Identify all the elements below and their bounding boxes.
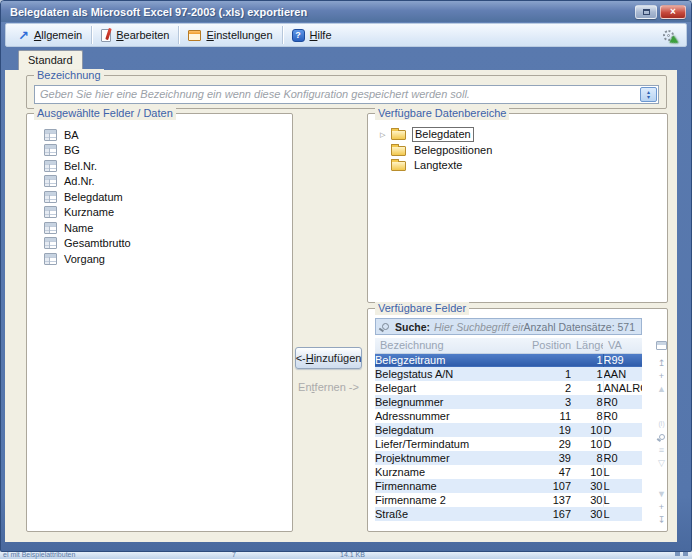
- table-row[interactable]: Liefer/Termindatum2910D: [375, 437, 642, 451]
- list-item[interactable]: BA: [28, 127, 291, 143]
- statusbar-icons: [675, 552, 688, 556]
- toolbar-label-bearbeiten: Bearbeiten: [116, 29, 169, 41]
- table-row[interactable]: Projektnummer398R0: [375, 451, 642, 465]
- fields-table-header[interactable]: BezeichnungPositionLängeVA: [375, 338, 642, 353]
- table-row[interactable]: Adressnummer118R0: [375, 409, 642, 423]
- cell-position: 39: [527, 451, 571, 465]
- table-row[interactable]: Belegzeitraum1R99: [375, 353, 642, 367]
- navigator-search-icon[interactable]: [655, 430, 668, 443]
- export-dialog-window: Belegdaten als Microsoft Excel 97-2003 (…: [0, 0, 692, 552]
- screen: Belegdaten als Microsoft Excel 97-2003 (…: [0, 0, 692, 559]
- column-header-bezeichnung[interactable]: Bezeichnung: [375, 338, 527, 353]
- navigator-scroll-bottom-icon[interactable]: ↧: [655, 513, 668, 526]
- export-run-button[interactable]: [657, 25, 679, 45]
- column-header-länge[interactable]: Länge: [571, 338, 603, 353]
- cell-position: 11: [527, 409, 571, 423]
- expander-icon[interactable]: ▷: [380, 131, 391, 139]
- cell-position: 29: [527, 437, 571, 451]
- toolbar-item-allgemein[interactable]: ↗ Allgemein: [10, 25, 90, 45]
- field-grid-icon: [44, 237, 57, 249]
- list-item-label: Vorgang: [64, 253, 105, 265]
- tab-strip: Standard: [5, 48, 687, 70]
- list-item-label: Kurzname: [64, 206, 114, 218]
- selected-fields-list: BABGBel.Nr.Ad.Nr.BelegdatumKurznameNameG…: [28, 115, 291, 530]
- list-item[interactable]: BG: [28, 143, 291, 159]
- selected-fields-group: Ausgewählte Felder / Daten BABGBel.Nr.Ad…: [26, 113, 293, 532]
- table-row[interactable]: Belegart21ANALRGI: [375, 381, 642, 395]
- table-row[interactable]: Straße16730L: [375, 507, 642, 521]
- restore-button[interactable]: [635, 5, 657, 19]
- table-row[interactable]: Belegstatus A/N11AAN: [375, 367, 642, 381]
- dropdown-button[interactable]: ▴▾: [640, 87, 657, 102]
- toolbar-item-einstellungen[interactable]: Einstellungen: [180, 25, 280, 45]
- list-item[interactable]: Gesamtbrutto: [28, 236, 291, 252]
- navigator-column-chooser-icon[interactable]: [655, 339, 668, 352]
- column-header-va[interactable]: VA: [603, 338, 642, 353]
- cell-position: 1: [527, 367, 571, 381]
- close-button[interactable]: ×: [660, 5, 686, 19]
- cell-va: D: [603, 437, 642, 451]
- navigator-insert-icon[interactable]: (I): [655, 417, 668, 430]
- tree-item-label: Belegpositionen: [412, 144, 494, 157]
- toolbar-item-bearbeiten[interactable]: Bearbeiten: [93, 25, 177, 45]
- table-row[interactable]: Belegnummer38R0: [375, 395, 642, 409]
- help-icon: ?: [292, 29, 305, 42]
- list-item[interactable]: Name: [28, 220, 291, 236]
- tree-item-belegpositionen[interactable]: Belegpositionen: [369, 143, 666, 159]
- navigator-next-page-icon[interactable]: ▼: [655, 487, 668, 500]
- cell-bezeichnung: Belegstatus A/N: [375, 367, 527, 381]
- navigator-scroll-top-icon[interactable]: ↥: [655, 356, 668, 369]
- cell-va: L: [603, 465, 642, 479]
- field-grid-icon: [44, 191, 57, 203]
- add-button[interactable]: <- Hinzufügen: [295, 347, 362, 369]
- cell-position: 19: [527, 423, 571, 437]
- navigator-move-up-icon[interactable]: +: [655, 369, 668, 382]
- tree-item-label: Belegdaten: [412, 127, 474, 142]
- table-row[interactable]: Firmenname10730L: [375, 479, 642, 493]
- titlebar[interactable]: Belegdaten als Microsoft Excel 97-2003 (…: [1, 1, 691, 22]
- navigator-move-down-icon[interactable]: +: [655, 500, 668, 513]
- chevron-down-icon: ▾: [647, 95, 650, 100]
- table-row[interactable]: Belegdatum1910D: [375, 423, 642, 437]
- column-header-position[interactable]: Position: [527, 338, 571, 353]
- list-item-label: BA: [64, 129, 79, 141]
- data-areas-tree: ▷BelegdatenBelegpositionenLangtexte: [369, 115, 666, 301]
- navigator-prev-page-icon[interactable]: ▲: [655, 382, 668, 395]
- list-item[interactable]: Ad.Nr.: [28, 174, 291, 190]
- cell-laenge: 8: [571, 409, 603, 423]
- toolbar-separator: [178, 26, 179, 44]
- table-row[interactable]: Kurzname4710L: [375, 465, 642, 479]
- cell-bezeichnung: Straße: [375, 507, 527, 521]
- bezeichnung-placeholder: Geben Sie hier eine Bezeichnung ein wenn…: [35, 86, 658, 103]
- tree-item-langtexte[interactable]: Langtexte: [369, 158, 666, 174]
- list-item[interactable]: Vorgang: [28, 251, 291, 267]
- list-item[interactable]: Belegdatum: [28, 189, 291, 205]
- background-statusbar: el mit Beispielattributen 7 14.1 KB: [0, 552, 692, 559]
- data-areas-group: Verfügbare Datenbereiche ▷BelegdatenBele…: [367, 113, 668, 303]
- list-item-label: BG: [64, 144, 80, 156]
- table-row[interactable]: Firmenname 213730L: [375, 493, 642, 507]
- statusbar-right-text: 14.1 KB: [340, 552, 365, 558]
- cell-bezeichnung: Belegdatum: [375, 423, 527, 437]
- list-item[interactable]: Bel.Nr.: [28, 158, 291, 174]
- field-grid-icon: [44, 144, 57, 156]
- cell-bezeichnung: Projektnummer: [375, 451, 527, 465]
- list-item[interactable]: Kurzname: [28, 205, 291, 221]
- search-input[interactable]: Hier Suchbegriff eingebe: [434, 321, 523, 333]
- cell-laenge: 10: [571, 437, 603, 451]
- statusbar-center-text: 7: [232, 552, 236, 558]
- remove-button[interactable]: Entfernen ->: [293, 381, 364, 393]
- cell-laenge: 1: [571, 381, 603, 395]
- cell-bezeichnung: Belegnummer: [375, 395, 527, 409]
- toolbar-item-hilfe[interactable]: ? Hilfe: [284, 25, 340, 45]
- search-bar[interactable]: Suche: Hier Suchbegriff eingebe Anzahl D…: [375, 318, 642, 335]
- bezeichnung-group: Bezeichnung Geben Sie hier eine Bezeichn…: [26, 75, 667, 109]
- navigator-xsl-icon[interactable]: ≡: [655, 443, 668, 456]
- bezeichnung-input[interactable]: Geben Sie hier eine Bezeichnung ein wenn…: [34, 85, 659, 104]
- cell-position: 2: [527, 381, 571, 395]
- navigator-filter-icon[interactable]: ▽: [655, 456, 668, 469]
- tree-item-belegdaten[interactable]: ▷Belegdaten: [369, 127, 666, 143]
- statusbar-left-text: el mit Beispielattributen: [3, 552, 75, 558]
- tab-standard[interactable]: Standard: [18, 50, 83, 70]
- field-grid-icon: [44, 253, 57, 265]
